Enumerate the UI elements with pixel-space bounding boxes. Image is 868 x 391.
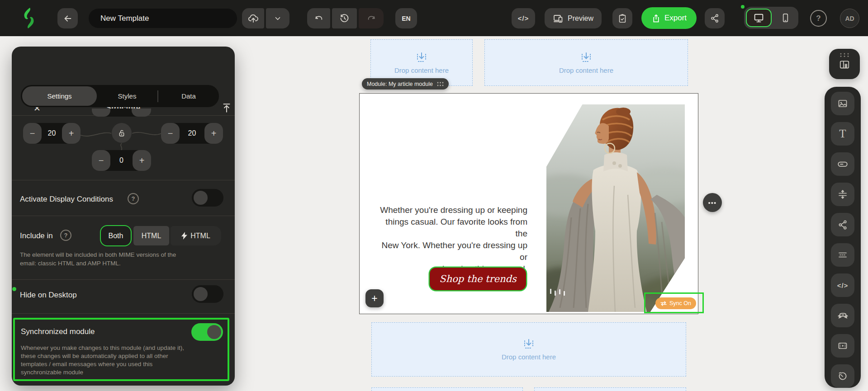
description-line: email: classic HTML and AMP HTML. xyxy=(20,259,176,268)
stripo-logo-icon xyxy=(21,7,37,29)
plus-icon: + xyxy=(139,155,145,166)
redo-button[interactable] xyxy=(359,8,384,28)
sidebar-tool-spacer[interactable] xyxy=(831,183,854,206)
blocks-sidebar: T </> xyxy=(825,87,861,388)
drop-zone-bottom[interactable]: Drop content here xyxy=(371,322,686,377)
include-in-help-button[interactable]: ? xyxy=(60,230,71,241)
drop-here-icon xyxy=(523,338,535,350)
minus-button[interactable]: − xyxy=(23,123,42,144)
mobile-icon xyxy=(780,13,791,23)
minus-button[interactable]: − xyxy=(161,123,180,144)
fashion-photo-illustration xyxy=(546,104,685,312)
tab-styles-label: Styles xyxy=(118,92,137,100)
include-in-label: Include in xyxy=(20,231,53,240)
redo-icon xyxy=(366,14,376,24)
sidebar-tool-banner[interactable] xyxy=(831,304,854,327)
tab-data[interactable]: Data xyxy=(158,92,219,100)
sidebar-tool-structures[interactable] xyxy=(829,49,860,79)
sidebar-tool-html[interactable]: </> xyxy=(831,273,854,297)
minus-icon: − xyxy=(168,128,173,139)
module-more-button[interactable]: ••• xyxy=(703,193,722,212)
tab-settings-label: Settings xyxy=(47,92,71,100)
language-button[interactable]: EN xyxy=(395,8,417,28)
padding-right-stepper: − 20 + xyxy=(161,123,223,144)
save-options-dropdown-button[interactable] xyxy=(266,8,289,28)
article-text-line: New York. Whether you're dressing up or xyxy=(378,240,527,263)
sync-on-badge[interactable]: Sync On xyxy=(655,297,696,309)
account-avatar[interactable]: AD xyxy=(840,9,859,28)
desktop-icon xyxy=(753,12,764,24)
sidebar-tool-menu[interactable] xyxy=(831,243,854,267)
drop-zone-partial-left[interactable] xyxy=(371,387,523,391)
include-in-description: The element will be included in both MIM… xyxy=(20,251,176,268)
stepper-button-stub[interactable] xyxy=(92,108,110,117)
toggle-knob xyxy=(207,325,221,339)
hide-on-desktop-toggle[interactable] xyxy=(192,285,223,303)
module-name-label: Module: My article module xyxy=(367,81,433,87)
top-bar: New Template EN xyxy=(0,0,868,36)
description-line: templates / email messages where you use… xyxy=(21,360,184,368)
description-line: Whenever you make changes to this module… xyxy=(21,344,184,352)
plus-button[interactable]: + xyxy=(133,150,151,171)
padding-left-value[interactable]: 20 xyxy=(42,129,62,137)
article-text-line: Whether you're dressing up or keeping xyxy=(378,204,527,216)
spacer-icon xyxy=(837,189,848,200)
avatar-initials: AD xyxy=(845,15,854,22)
sidebar-tool-video[interactable] xyxy=(831,334,854,358)
sidebar-tool-image[interactable] xyxy=(831,92,854,115)
preview-button[interactable]: Preview xyxy=(545,8,602,28)
help-button[interactable]: ? xyxy=(810,10,827,27)
lightning-icon xyxy=(181,232,187,240)
back-button[interactable] xyxy=(57,8,78,28)
template-name-input[interactable]: New Template xyxy=(89,9,237,28)
plus-button[interactable]: + xyxy=(62,123,81,144)
drop-here-icon xyxy=(416,52,427,63)
export-share-icon xyxy=(651,14,661,23)
padding-right-value[interactable]: 20 xyxy=(180,129,204,137)
synchronized-module-label: Synchronized module xyxy=(21,327,95,336)
drop-zone-partial-right[interactable] xyxy=(534,387,686,391)
padding-lock-button[interactable] xyxy=(112,123,132,143)
add-block-button[interactable]: + xyxy=(365,289,384,307)
export-button[interactable]: Export xyxy=(641,7,697,29)
minus-button[interactable]: − xyxy=(92,150,110,171)
tab-styles[interactable]: Styles xyxy=(97,92,157,100)
include-in-amp-html-button[interactable]: HTML xyxy=(171,226,221,245)
button-block-icon xyxy=(837,158,849,170)
module-name-tag[interactable]: Module: My article module xyxy=(362,78,449,90)
preview-label: Preview xyxy=(568,14,593,23)
arrow-left-icon xyxy=(63,14,73,24)
sidebar-tool-timer[interactable] xyxy=(831,364,854,388)
sidebar-tool-button[interactable] xyxy=(831,152,854,176)
article-photo[interactable] xyxy=(546,104,685,312)
drop-zone-top-right[interactable]: Drop content here xyxy=(484,39,688,86)
desktop-view-button[interactable] xyxy=(746,9,772,27)
history-button[interactable] xyxy=(332,8,357,28)
display-conditions-toggle[interactable] xyxy=(192,189,223,207)
shop-trends-button[interactable]: Shop the trends xyxy=(430,268,526,290)
save-upload-button[interactable] xyxy=(242,8,264,28)
divider xyxy=(12,279,235,280)
mobile-view-button[interactable] xyxy=(772,7,798,29)
padding-left-stepper: − 20 + xyxy=(23,123,81,144)
drop-placeholder-label: Drop content here xyxy=(502,353,556,361)
plus-icon: + xyxy=(371,292,377,305)
include-in-both-button[interactable]: Both xyxy=(100,225,132,246)
share-button[interactable] xyxy=(705,8,725,28)
tab-settings[interactable]: Settings xyxy=(22,86,97,106)
include-in-html-button[interactable]: HTML xyxy=(133,226,169,245)
undo-button[interactable] xyxy=(307,8,330,28)
sidebar-tool-social[interactable] xyxy=(831,213,854,236)
panel-detach-button[interactable] xyxy=(221,102,232,114)
synchronized-module-toggle[interactable] xyxy=(191,323,223,341)
toggle-knob xyxy=(194,287,208,301)
article-text[interactable]: Whether you're dressing up or keeping th… xyxy=(378,204,527,275)
display-conditions-help-button[interactable]: ? xyxy=(128,193,139,204)
test-checklist-button[interactable] xyxy=(612,8,632,28)
code-icon: </> xyxy=(518,14,529,22)
code-editor-button[interactable]: </> xyxy=(512,8,535,28)
plus-button[interactable]: + xyxy=(204,123,223,144)
padding-bottom-value[interactable]: 0 xyxy=(110,156,133,165)
stepper-button-stub[interactable] xyxy=(132,108,151,117)
sidebar-tool-text[interactable]: T xyxy=(831,122,854,146)
